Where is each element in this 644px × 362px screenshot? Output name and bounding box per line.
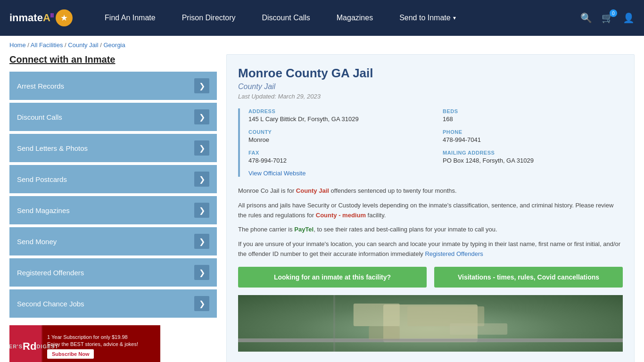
paytel-link[interactable]: PayTel bbox=[294, 226, 314, 233]
county-label: COUNTY bbox=[248, 129, 429, 135]
nav-find-an-inmate[interactable]: Find An Inmate bbox=[91, 0, 169, 36]
cart-badge: 0 bbox=[610, 9, 617, 17]
facility-image bbox=[238, 295, 623, 352]
visitations-button[interactable]: Visitations - times, rules, Covid cancel… bbox=[434, 267, 623, 288]
dropdown-arrow-icon: ▾ bbox=[453, 15, 456, 21]
sidebar-item-arrest-records[interactable]: Arrest Records ❯ bbox=[9, 72, 217, 100]
sidebar-arrow-send-letters: ❯ bbox=[194, 140, 209, 156]
address-value: 145 L Cary Bittick Dr, Forsyth, GA 31029 bbox=[248, 115, 429, 123]
content-panel: Monroe County GA Jail County Jail Last U… bbox=[226, 54, 635, 362]
fax-value: 478-994-7012 bbox=[248, 157, 429, 164]
breadcrumb-home[interactable]: Home bbox=[9, 41, 26, 49]
main-nav: Find An Inmate Prison Directory Discount… bbox=[91, 0, 571, 36]
aerial-svg bbox=[238, 295, 623, 352]
beds-value: 168 bbox=[443, 115, 623, 123]
facility-type: County Jail bbox=[238, 82, 623, 91]
mailing-value: PO Box 1248, Forsyth, GA 31029 bbox=[443, 157, 623, 164]
desc-para-1: Monroe Co Jail is for County Jail offend… bbox=[238, 186, 623, 196]
sidebar-arrow-send-postcards: ❯ bbox=[194, 172, 209, 187]
sidebar-title: Connect with an Inmate bbox=[9, 54, 217, 65]
sidebar-arrow-arrest-records: ❯ bbox=[194, 78, 209, 93]
main-content: Connect with an Inmate Arrest Records ❯ … bbox=[0, 54, 644, 362]
county-medium-link[interactable]: County - medium bbox=[316, 212, 366, 219]
phone-block: PHONE 478-994-7041 bbox=[443, 129, 623, 143]
nav-magazines[interactable]: Magazines bbox=[323, 0, 386, 36]
registered-offenders-link[interactable]: Registered Offenders bbox=[425, 250, 483, 257]
user-icon[interactable]: 👤 bbox=[623, 12, 635, 24]
fax-block: FAX 478-994-7012 bbox=[248, 150, 429, 164]
action-buttons: Looking for an inmate at this facility? … bbox=[238, 267, 623, 288]
ad-subscribe-button[interactable]: Subscribe Now bbox=[47, 349, 94, 359]
sidebar-arrow-second-chance-jobs: ❯ bbox=[194, 296, 209, 311]
nav-prison-directory[interactable]: Prison Directory bbox=[169, 0, 249, 36]
sidebar-item-discount-calls[interactable]: Discount Calls ❯ bbox=[9, 103, 217, 131]
mailing-label: MAILING ADDRESS bbox=[443, 150, 623, 156]
aerial-view bbox=[238, 295, 623, 352]
sidebar-arrow-send-money: ❯ bbox=[194, 234, 209, 249]
desc-para-4: If you are unsure of your inmate's locat… bbox=[238, 239, 623, 259]
nav-discount-calls[interactable]: Discount Calls bbox=[248, 0, 323, 36]
sidebar-item-send-magazines[interactable]: Send Magazines ❯ bbox=[9, 196, 217, 224]
looking-for-inmate-button[interactable]: Looking for an inmate at this facility? bbox=[238, 267, 427, 288]
logo-icon bbox=[56, 9, 73, 26]
county-value: Monroe bbox=[248, 136, 429, 143]
sidebar-item-registered-offenders[interactable]: Registered Offenders ❯ bbox=[9, 258, 217, 287]
mailing-block: MAILING ADDRESS PO Box 1248, Forsyth, GA… bbox=[443, 150, 623, 164]
cart-icon[interactable]: 🛒 0 bbox=[602, 12, 613, 24]
breadcrumb-all-facilities[interactable]: All Facilities bbox=[31, 41, 63, 49]
facility-updated: Last Updated: March 29, 2023 bbox=[238, 93, 623, 100]
sidebar-arrow-discount-calls: ❯ bbox=[194, 109, 209, 124]
ad-line2: Enjoy the BEST stories, advice & jokes! bbox=[47, 341, 138, 347]
breadcrumb: Home / All Facilities / County Jail / Ge… bbox=[0, 36, 644, 54]
ad-content: 1 Year Subscription for only $19.98 Enjo… bbox=[42, 330, 143, 362]
beds-block: BEDS 168 bbox=[443, 108, 623, 123]
official-website-link[interactable]: View Official Website bbox=[248, 170, 305, 177]
sidebar-item-send-postcards[interactable]: Send Postcards ❯ bbox=[9, 165, 217, 193]
sidebar-arrow-send-magazines: ❯ bbox=[194, 203, 209, 218]
address-label: ADDRESS bbox=[248, 108, 429, 114]
beds-label: BEDS bbox=[443, 108, 623, 114]
svg-rect-0 bbox=[354, 304, 400, 326]
header-icons: 🔍 🛒 0 👤 bbox=[580, 12, 635, 24]
nav-send-to-inmate[interactable]: Send to Inmate ▾ bbox=[386, 0, 469, 36]
search-icon[interactable]: 🔍 bbox=[580, 12, 592, 24]
facility-title: Monroe County GA Jail bbox=[238, 66, 623, 81]
ad-banner[interactable]: READER'S Rd DIGEST 1 Year Subscription f… bbox=[9, 325, 160, 362]
logo[interactable]: inmateAll bbox=[9, 9, 73, 26]
svg-rect-3 bbox=[450, 323, 507, 335]
breadcrumb-county-jail[interactable]: County Jail bbox=[68, 41, 98, 49]
logo-text: inmateAll bbox=[9, 12, 54, 24]
sidebar-item-second-chance-jobs[interactable]: Second Chance Jobs ❯ bbox=[9, 289, 217, 318]
info-section: ADDRESS 145 L Cary Bittick Dr, Forsyth, … bbox=[238, 108, 623, 177]
sidebar: Connect with an Inmate Arrest Records ❯ … bbox=[9, 54, 217, 362]
description: Monroe Co Jail is for County Jail offend… bbox=[238, 186, 623, 259]
main-header: inmateAll Find An Inmate Prison Director… bbox=[0, 0, 644, 36]
desc-para-2: All prisons and jails have Security or C… bbox=[238, 201, 623, 221]
address-block: ADDRESS 145 L Cary Bittick Dr, Forsyth, … bbox=[248, 108, 429, 123]
svg-rect-2 bbox=[369, 326, 399, 340]
svg-rect-1 bbox=[407, 306, 484, 326]
county-jail-link[interactable]: County Jail bbox=[296, 187, 329, 194]
sidebar-item-send-letters[interactable]: Send Letters & Photos ❯ bbox=[9, 134, 217, 162]
sidebar-item-send-money[interactable]: Send Money ❯ bbox=[9, 227, 217, 255]
ad-logo: READER'S Rd DIGEST bbox=[9, 325, 42, 362]
desc-para-3: The phone carrier is PayTel, to see thei… bbox=[238, 225, 623, 235]
info-grid: ADDRESS 145 L Cary Bittick Dr, Forsyth, … bbox=[248, 108, 623, 164]
sidebar-arrow-registered-offenders: ❯ bbox=[194, 265, 209, 280]
phone-value: 478-994-7041 bbox=[443, 136, 623, 143]
ad-line1: 1 Year Subscription for only $19.98 bbox=[47, 334, 138, 340]
phone-label: PHONE bbox=[443, 129, 623, 135]
county-block: COUNTY Monroe bbox=[248, 129, 429, 143]
breadcrumb-georgia[interactable]: Georgia bbox=[103, 41, 125, 49]
fax-label: FAX bbox=[248, 150, 429, 156]
